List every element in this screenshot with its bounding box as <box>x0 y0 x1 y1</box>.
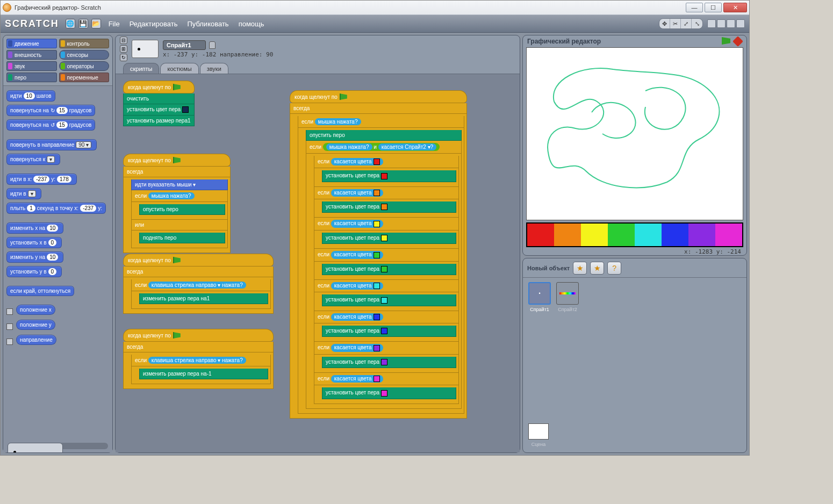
minimize-button[interactable]: — <box>686 3 703 12</box>
block-goto[interactable]: идти в ▾ <box>6 188 41 199</box>
category-looks[interactable]: внешность <box>6 50 57 60</box>
open-icon[interactable]: 📂 <box>91 19 101 28</box>
zoom-normal-icon[interactable]: ⊟ <box>120 37 127 44</box>
color-green[interactable] <box>608 224 635 246</box>
color-purple[interactable] <box>688 224 715 246</box>
block-goto-xy[interactable]: идти в x:-237y:178 <box>6 174 77 185</box>
menubar: File Редактировать Публиковать помощь <box>109 20 264 28</box>
right-column: Графический редактор <box>522 35 747 453</box>
block-change-x[interactable]: изменить x на10 <box>6 222 63 234</box>
palette-scrollbar[interactable] <box>8 443 108 449</box>
tab-scripts[interactable]: скрипты <box>123 63 159 74</box>
block-move-steps[interactable]: идти10шагов <box>6 90 55 102</box>
if-touching-color-orange[interactable]: если касается цвета <box>314 187 459 199</box>
window-title: Графический редактор- Scratch <box>15 4 101 11</box>
save-icon[interactable]: 💾 <box>78 19 88 28</box>
menu-edit[interactable]: Редактировать <box>130 20 178 28</box>
set-pen-color-red[interactable]: установить цвет пера <box>322 170 456 182</box>
zoom-in-icon[interactable]: ⊞ <box>120 45 127 53</box>
set-pen-color-purple[interactable]: установить цвет пера <box>322 357 456 368</box>
view-small-icon[interactable] <box>707 19 716 28</box>
stage-title: Графический редактор <box>527 38 601 45</box>
if-touching-color-blue[interactable]: если касается цвета <box>314 311 459 323</box>
paint-new-sprite-button[interactable]: ★ <box>573 262 587 275</box>
set-pen-color-cyan[interactable]: установить цвет пера <box>322 294 456 306</box>
language-icon[interactable]: 🌐 <box>66 19 75 28</box>
stage-item[interactable]: Сцена <box>528 423 549 447</box>
script-stack-1[interactable]: когда щелкнут по очистить установить цве… <box>123 81 195 126</box>
color-orange[interactable] <box>554 224 581 246</box>
reporter-direction[interactable]: направление <box>6 335 110 348</box>
category-sound[interactable]: звук <box>6 61 57 71</box>
category-variables[interactable]: переменные <box>59 73 110 82</box>
category-control[interactable]: контроль <box>59 39 110 48</box>
lock-icon[interactable] <box>209 41 216 49</box>
stamp-tool-icon[interactable]: ✥ <box>659 19 670 28</box>
block-point-towards[interactable]: повернуться к ▾ <box>6 154 60 165</box>
block-turn-ccw[interactable]: повернуться на ↺15градусов <box>6 119 95 131</box>
color-yellow[interactable] <box>581 224 608 246</box>
script-stack-2[interactable]: когда щелкнут по всегда идти вуказатель … <box>123 154 231 253</box>
maximize-button[interactable]: ☐ <box>705 3 722 12</box>
category-motion[interactable]: движение <box>6 39 57 48</box>
script-stack-5[interactable]: когда щелкнут по всегда если мышка нажат… <box>290 90 467 419</box>
block-bounce[interactable]: если край, оттолкнуться <box>6 286 74 296</box>
block-set-y[interactable]: установить y в0 <box>6 266 62 277</box>
view-medium-icon[interactable] <box>717 19 726 28</box>
titlebar: Графический редактор- Scratch — ☐ ✕ <box>1 1 749 15</box>
zoom-out-icon[interactable]: ↻ <box>120 54 127 61</box>
choose-sprite-button[interactable]: ★ <box>590 262 604 275</box>
surprise-sprite-button[interactable]: ? <box>607 262 621 275</box>
set-pen-color-orange[interactable]: установить цвет пера <box>322 201 456 213</box>
category-operators[interactable]: операторы <box>59 61 110 71</box>
green-flag-button[interactable] <box>722 37 730 46</box>
reporter-ypos[interactable]: положение y <box>6 320 110 333</box>
category-sensing[interactable]: сенсоры <box>59 50 110 60</box>
grow-tool-icon[interactable]: ⤢ <box>681 19 692 28</box>
if-touching-color-purple[interactable]: если касается цвета <box>314 342 459 354</box>
if-touching-color-yellow[interactable]: если касается цвета <box>314 218 459 230</box>
stop-button[interactable] <box>734 37 742 46</box>
menu-share[interactable]: Публиковать <box>187 20 228 28</box>
block-turn-cw[interactable]: повернуться на ↻15градусов <box>6 105 95 116</box>
sprite-list-panel: Новый объект ★ ★ ? • Спрайт1 Спрайт2 <box>522 258 747 453</box>
reporter-xpos[interactable]: положение x <box>6 305 110 318</box>
color-blue[interactable] <box>662 224 688 246</box>
block-palette[interactable]: идти10шагов повернуться на ↻15градусов п… <box>3 85 112 452</box>
if-touching-color-cyan[interactable]: если касается цвета <box>314 280 459 292</box>
block-glide[interactable]: плыть1секунд в точку x:-237y: <box>6 203 106 214</box>
sprite-item-2[interactable]: Спрайт2 <box>555 282 580 312</box>
sprite-name-input[interactable]: Спрайт1 <box>163 40 206 50</box>
color-red[interactable] <box>527 224 554 246</box>
color-palette-bar <box>526 222 743 247</box>
view-large-icon[interactable] <box>727 19 735 28</box>
tab-costumes[interactable]: костюмы <box>160 63 198 74</box>
set-pen-color-yellow[interactable]: установить цвет пера <box>322 233 456 244</box>
menu-help[interactable]: помощь <box>239 20 264 28</box>
if-touching-color-magenta[interactable]: если касается цвета <box>314 373 459 385</box>
flag-icon <box>173 257 181 263</box>
category-pen[interactable]: перо <box>6 73 57 82</box>
menu-file[interactable]: File <box>109 20 120 28</box>
if-touching-color-green[interactable]: если касается цвета <box>314 249 459 261</box>
set-pen-color-magenta[interactable]: установить цвет пера <box>322 387 456 399</box>
script-stack-3[interactable]: когда щелкнут по всегда если клавиша стр… <box>123 254 274 314</box>
view-presentation-icon[interactable] <box>736 19 745 28</box>
copy-tool-icon[interactable]: ✂ <box>670 19 681 28</box>
shrink-tool-icon[interactable]: ⤡ <box>692 19 702 28</box>
block-change-y[interactable]: изменить y на10 <box>6 251 63 263</box>
set-pen-color-green[interactable]: установить цвет пера <box>322 264 456 275</box>
toolbar: SCRATCH 🌐 💾 📂 File Редактировать Публико… <box>1 15 749 33</box>
if-touching-color-red[interactable]: если касается цвета <box>314 156 459 168</box>
stage-canvas[interactable] <box>526 47 743 220</box>
tab-sounds[interactable]: звуки <box>200 63 228 74</box>
close-button[interactable]: ✕ <box>723 3 747 12</box>
block-set-x[interactable]: установить x в0 <box>6 237 62 248</box>
color-cyan[interactable] <box>635 224 662 246</box>
color-magenta[interactable] <box>715 224 742 246</box>
block-point-direction[interactable]: повернуть в направление90 ▾ <box>6 139 97 150</box>
script-stack-4[interactable]: когда щелкнут по всегда если клавиша стр… <box>123 329 274 389</box>
sprite-item-1[interactable]: • Спрайт1 <box>527 282 552 312</box>
set-pen-color-blue[interactable]: установить цвет пера <box>322 326 456 337</box>
scripts-area[interactable]: когда щелкнут по очистить установить цве… <box>116 74 520 452</box>
